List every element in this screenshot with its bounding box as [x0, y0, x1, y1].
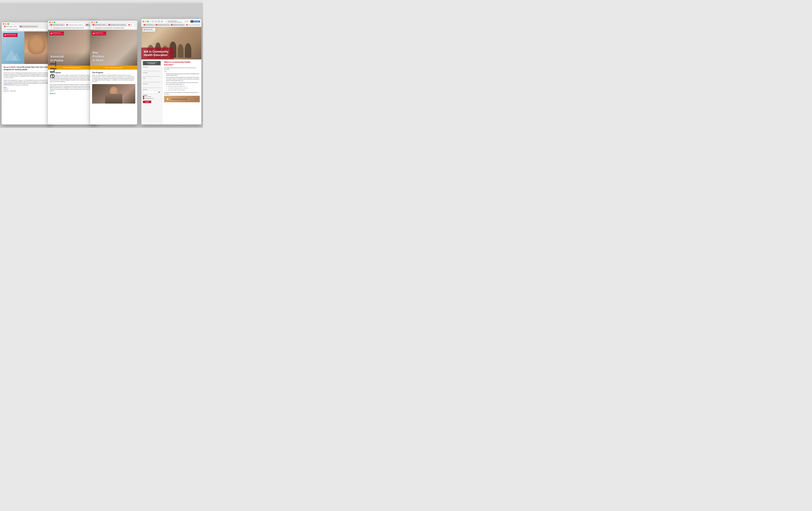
location-section: Location Bronx Campus Manhattan Campus	[143, 95, 161, 99]
minimize-button-1[interactable]	[5, 23, 7, 25]
desktop-background: M MCNY Bronx - MCNY M Associate of Arts …	[0, 0, 203, 128]
tab-label-4b: Associate of Arts in Human S...	[158, 24, 170, 26]
forward-button-4[interactable]: ›	[154, 20, 157, 23]
tab-label-4a: MCNY Bronx - MCNY	[146, 24, 154, 26]
tab-bronx-3[interactable]: M MCNY Bronx - MCNY	[91, 24, 107, 26]
sub-bullet-3: exercise and nutrition for senior citize…	[168, 89, 200, 91]
tab-ba-3[interactable]: M Be...	[127, 24, 134, 26]
refresh-button-4[interactable]: ↻	[158, 20, 160, 23]
lock-icon-4: 🔒	[165, 21, 167, 22]
browser-window-3: M MCNY Bronx - MCNY M Associate of Arts …	[90, 21, 137, 124]
tab-ma-4[interactable]: M MA in Community Health Edu...	[185, 24, 200, 26]
college-text: COLLEGE OF NEW YORK	[7, 35, 17, 36]
win4-sub-list: pregnancy, prenatal and well-baby care; …	[166, 85, 200, 91]
semester-select[interactable]	[143, 91, 161, 93]
user-avatar: 👤	[191, 20, 194, 23]
update-badge[interactable]: Update	[194, 21, 200, 22]
video-label: Health Educators Career Video	[172, 98, 187, 100]
url-bar-2[interactable]: 🔒 undergraduate.mcny.edu/associate-of-ar…	[49, 27, 95, 29]
browser-content-1: M METROPOLITAN COLLEGE OF NEW YORK An ac…	[2, 31, 52, 94]
win4-satisfaction: This field can give you the satisfaction…	[164, 92, 200, 95]
close-button-4[interactable]	[143, 21, 144, 22]
menu-icon[interactable]: ⋮	[188, 21, 190, 22]
browser-content-3: M METROPOLITAN COLLEGE OF NEW YORK Bac P…	[90, 30, 137, 106]
more-video-icon[interactable]: ⋯	[197, 98, 199, 100]
first-name-input[interactable]	[143, 69, 161, 71]
email-field: Email	[143, 78, 161, 82]
tab-favicon-4b: M	[156, 24, 157, 26]
maximize-button-2[interactable]	[54, 22, 55, 23]
win3-accepting-text: Now Accepting Applications	[105, 67, 122, 68]
manhattan-campus-label: Manhattan Campus	[145, 98, 153, 99]
minimize-button-3[interactable]	[94, 22, 95, 23]
accredited-word: accredited,	[6, 66, 16, 68]
tab-bachelor-4[interactable]: M Bachelor of Professional Stu...	[170, 24, 185, 26]
url-bar-3[interactable]: 🔒 undergraduate.mcny.edu/bachelor-of-pro…	[91, 27, 136, 29]
last-name-field: Last Name	[143, 72, 161, 77]
win3-accepting-banner: Now Accepting Applications	[90, 66, 137, 70]
win3-hero-title: Bac Profess in Hum	[93, 51, 135, 62]
mcny-text-4: METROPOLITAN COLLEGE OF NEW YORK	[146, 29, 154, 31]
tab-label-3b: Associate of Arts in Human S...	[111, 24, 126, 26]
share-icon[interactable]: ⬆	[187, 21, 188, 22]
tab-bronx-4[interactable]: M MCNY Bronx - MCNY	[143, 24, 154, 26]
tab-associate-2[interactable]: M Associate of Arts in Human S...	[65, 24, 85, 26]
bullet-1: educate and advocate keeping their commu…	[166, 73, 200, 76]
cell-phone-input[interactable]	[143, 86, 161, 88]
tab-mcny-bronx-2[interactable]: M MCNY Bronx - MCNY	[49, 24, 65, 26]
browser-chrome-2: M MCNY Bronx - MCNY M Associate of Arts …	[48, 21, 97, 30]
maximize-button-4[interactable]	[147, 21, 149, 22]
email-input[interactable]	[143, 80, 161, 82]
tab-associate-3[interactable]: M Associate of Arts in Human S...	[107, 24, 127, 26]
purple-link[interactable]: Purpose-Centered Education	[4, 81, 49, 84]
tab-label-3c: Be...	[130, 24, 133, 26]
win2-accepting-text: Now Accepting Applications	[63, 67, 81, 68]
mcny-logo-win4: M METROPOLITAN COLLEGE OF NEW YORK	[143, 28, 155, 31]
bronx-campus-checkbox[interactable]	[143, 96, 144, 97]
mcny-college-text-3: METROPOLITAN COLLEGE OF NEW YORK	[95, 32, 105, 35]
tab-mcny-bronx-1[interactable]: M MCNY Bronx - MCNY	[3, 25, 19, 28]
manhattan-campus-checkbox[interactable]	[143, 98, 144, 99]
back-button-4[interactable]: ‹	[151, 20, 154, 23]
video-preview	[165, 97, 171, 101]
video-info: Health Educators Career Video	[172, 98, 187, 100]
cell-phone-label: Cell Phone	[143, 84, 161, 84]
browser-tabs-3: M MCNY Bronx - MCNY M Associate of Arts …	[91, 24, 136, 26]
url-text-2: undergraduate.mcny.edu/associate-of-arts…	[53, 27, 84, 28]
tab-label-1: MCNY Bronx - MCNY	[6, 26, 17, 27]
win4-hero-overlay: MA in Community Health Education	[141, 48, 174, 59]
tab-associate-4[interactable]: M Associate of Arts in Human S...	[154, 24, 170, 26]
mcny-m-logo: M	[4, 34, 6, 36]
win4-main-content: What Is a Community Health Educator? Com…	[163, 59, 201, 124]
browser-chrome-4: ‹ › ↻ ⊕ 🔒 my.mcny.edu/ma-in-community-he…	[141, 19, 201, 27]
bronx-label: BRONX 46...	[50, 93, 95, 94]
tab-label-4d: MA in Community Health Edu...	[188, 24, 200, 26]
college-4: COLLEGE OF NEW YORK	[146, 30, 154, 31]
home-button-4[interactable]: ⊕	[161, 20, 163, 23]
video-thumbnail[interactable]: Health Educators Career Video ⬆ ⋯	[164, 96, 200, 102]
minimize-button-2[interactable]	[52, 22, 53, 23]
email-label: Email	[143, 78, 161, 79]
mac-toolbar	[0, 0, 203, 4]
close-button-3[interactable]	[91, 22, 93, 23]
close-button-1[interactable]	[3, 23, 4, 25]
maximize-button-1[interactable]	[7, 23, 9, 25]
close-button-2[interactable]	[49, 22, 51, 23]
last-name-input[interactable]	[143, 74, 161, 77]
video-actions: ⬆ ⋯	[195, 98, 199, 100]
share-video-icon[interactable]: ⬆	[195, 98, 197, 100]
bookmark-icon[interactable]: ★	[185, 21, 186, 22]
win4-bullet-list: educate and advocate keeping their commu…	[164, 73, 200, 91]
win3-title-l3: in Hum	[93, 59, 104, 62]
win1-hours: Hours: Mon to Fri Every 1st a... (Check …	[4, 87, 50, 92]
tab-associate-1[interactable]: M Associate of Arts in Human S...	[19, 25, 38, 28]
url-bar-4[interactable]: 🔒 my.mcny.edu/ma-in-community-health-edu…	[164, 20, 184, 23]
browser-chrome-1: M MCNY Bronx - MCNY M Associate of Arts …	[2, 22, 52, 31]
minimize-button-4[interactable]	[145, 21, 146, 22]
maximize-button-3[interactable]	[96, 22, 97, 23]
submit-button[interactable]: SUBMIT	[143, 101, 151, 103]
url-bar-1[interactable]: 🔒 mcny.edu/mcny-bronx/	[3, 28, 51, 31]
tab-favicon-1: M	[4, 26, 5, 27]
tab-label-3a: MCNY Bronx - MCNY	[95, 24, 106, 26]
url-text-3: undergraduate.mcny.edu/bachelor-of-profe…	[95, 27, 124, 28]
